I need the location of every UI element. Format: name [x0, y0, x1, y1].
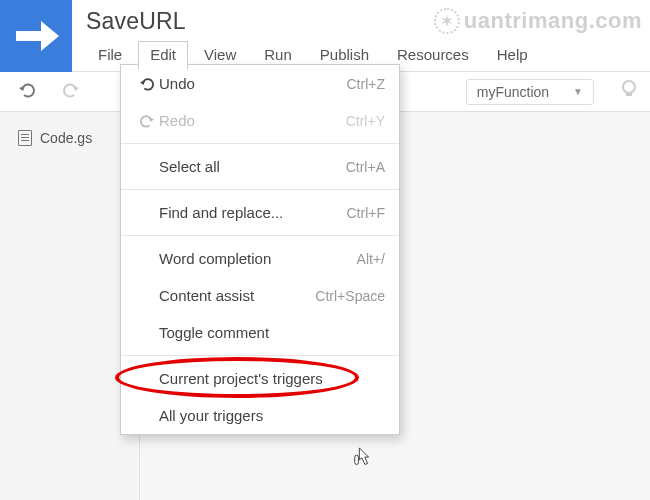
menu-item-select-all[interactable]: Select allCtrl+A — [121, 148, 399, 185]
menu-item-undo[interactable]: UndoCtrl+Z — [121, 65, 399, 102]
undo-icon — [18, 82, 36, 98]
function-select-label: myFunction — [477, 84, 549, 100]
menu-item-shortcut: Alt+/ — [357, 251, 385, 267]
undo-toolbar-button[interactable] — [10, 78, 44, 105]
watermark-gear-icon: ✶ — [434, 8, 460, 34]
menu-item-label: Word completion — [159, 250, 357, 267]
svg-point-0 — [623, 81, 635, 93]
mouse-cursor-icon — [352, 446, 374, 470]
file-icon — [18, 130, 32, 146]
sidebar-file-label: Code.gs — [40, 130, 92, 146]
menu-separator — [121, 355, 399, 356]
menu-item-word-completion[interactable]: Word completionAlt+/ — [121, 240, 399, 277]
watermark-text: uantrimang.com — [464, 8, 642, 34]
edit-menu-dropdown: UndoCtrl+ZRedoCtrl+YSelect allCtrl+AFind… — [120, 64, 400, 435]
menu-item-label: Undo — [159, 75, 347, 92]
menu-item-label: Toggle comment — [159, 324, 385, 341]
redo-icon — [135, 114, 159, 128]
menu-item-find-and-replace[interactable]: Find and replace...Ctrl+F — [121, 194, 399, 231]
menu-item-label: Find and replace... — [159, 204, 347, 221]
menu-item-label: Redo — [159, 112, 346, 129]
menu-item-shortcut: Ctrl+Z — [347, 76, 386, 92]
menu-item-all-your-triggers[interactable]: All your triggers — [121, 397, 399, 434]
menu-item-shortcut: Ctrl+F — [347, 205, 386, 221]
menu-separator — [121, 235, 399, 236]
svg-rect-2 — [355, 455, 359, 464]
arrow-right-icon — [11, 11, 61, 61]
redo-toolbar-button[interactable] — [54, 78, 88, 105]
watermark: ✶ uantrimang.com — [434, 8, 642, 34]
menu-item-label: Current project's triggers — [159, 370, 385, 387]
sidebar: Code.gs — [0, 112, 140, 500]
function-select[interactable]: myFunction ▼ — [466, 79, 594, 105]
menu-item-label: Content assist — [159, 287, 315, 304]
lightbulb-icon[interactable] — [618, 78, 640, 105]
menu-item-toggle-comment[interactable]: Toggle comment — [121, 314, 399, 351]
menu-item-redo: RedoCtrl+Y — [121, 102, 399, 139]
menu-item-shortcut: Ctrl+A — [346, 159, 385, 175]
menu-item-current-project-s-triggers[interactable]: Current project's triggers — [121, 360, 399, 397]
header: SaveURL FileEditViewRunPublishResourcesH… — [0, 0, 650, 72]
menu-item-shortcut: Ctrl+Y — [346, 113, 385, 129]
back-arrow-button[interactable] — [0, 0, 72, 72]
menu-item-content-assist[interactable]: Content assistCtrl+Space — [121, 277, 399, 314]
sidebar-file-item[interactable]: Code.gs — [6, 124, 133, 152]
redo-icon — [62, 82, 80, 98]
menu-help[interactable]: Help — [485, 41, 540, 70]
menu-item-label: Select all — [159, 158, 346, 175]
menu-item-shortcut: Ctrl+Space — [315, 288, 385, 304]
undo-icon — [135, 77, 159, 91]
menu-edit[interactable]: Edit — [138, 41, 188, 70]
caret-down-icon: ▼ — [573, 86, 583, 97]
menu-item-label: All your triggers — [159, 407, 385, 424]
menu-separator — [121, 189, 399, 190]
menu-separator — [121, 143, 399, 144]
svg-rect-1 — [626, 93, 632, 96]
